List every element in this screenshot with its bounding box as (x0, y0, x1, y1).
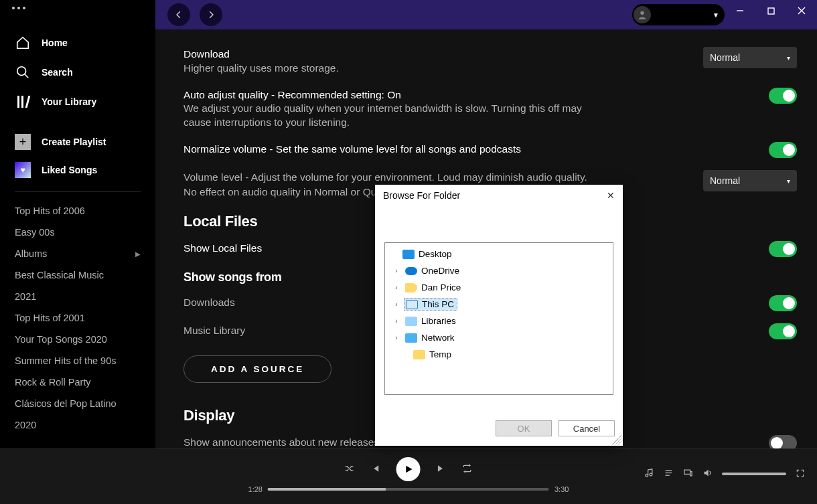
chevron-right-icon: ▶ (135, 250, 141, 258)
repeat-icon[interactable] (462, 463, 473, 476)
create-playlist-label: Create Playlist (42, 137, 106, 147)
queue-icon[interactable] (664, 468, 674, 480)
time-total: 3:30 (554, 485, 569, 493)
playlist-item[interactable]: 2021 (15, 286, 141, 307)
setting-auto-title: Auto adjust quality - Recommended settin… (183, 88, 599, 102)
previous-icon[interactable] (371, 464, 380, 475)
dialog-cancel-button[interactable]: Cancel (559, 420, 615, 436)
maximize-button[interactable] (755, 0, 786, 21)
svg-line-5 (25, 74, 29, 78)
playlist-item[interactable]: 2020 (15, 414, 141, 436)
tree-this-pc[interactable]: ›This PC (386, 296, 611, 313)
folder-icon (413, 350, 425, 359)
chevron-down-icon: ▾ (787, 177, 790, 185)
downloads-source-label: Downloads (183, 295, 235, 310)
setting-auto-sub: We adjust your audio quality when your i… (183, 102, 599, 130)
pc-icon (406, 300, 418, 309)
libraries-icon (405, 317, 417, 326)
music-library-source-label: Music Library (183, 323, 245, 338)
player-bar: 1:28 3:30 (0, 448, 817, 504)
volume-slider[interactable] (722, 473, 786, 475)
nav-home-label: Home (42, 37, 68, 48)
browse-folder-dialog: Browse For Folder ✕ Desktop ›OneDrive ›D… (375, 185, 623, 446)
auto-adjust-toggle[interactable] (769, 88, 797, 104)
tree-temp[interactable]: Temp (386, 346, 611, 363)
volume-icon[interactable] (702, 468, 713, 480)
playlist-item[interactable]: Top Hits of 2006 (15, 200, 141, 222)
window-controls (725, 0, 817, 21)
tree-network[interactable]: ›Network (386, 329, 611, 346)
nav-forward-button[interactable] (200, 3, 222, 26)
search-icon (15, 64, 31, 80)
svg-rect-1 (768, 8, 774, 14)
nav-library[interactable]: Your Library (0, 87, 155, 116)
volume-level-dropdown[interactable]: Normal ▾ (703, 170, 797, 191)
user-name (655, 10, 709, 19)
next-icon[interactable] (437, 464, 446, 475)
liked-songs-label: Liked Songs (42, 165, 97, 175)
divider (15, 191, 141, 192)
setting-download-title: Download (183, 47, 339, 62)
music-library-toggle[interactable] (769, 323, 797, 339)
add-source-button[interactable]: ADD A SOURCE (183, 355, 331, 383)
show-local-files-label: Show Local Files (183, 241, 262, 256)
playlist-item[interactable]: Top Hits of 2001 (15, 307, 141, 329)
playlist-list[interactable]: Top Hits of 2006 Easy 00s Albums▶ Best C… (0, 200, 155, 436)
svg-rect-10 (684, 470, 690, 474)
playlist-item[interactable]: Clásicos del Pop Latino (15, 393, 141, 414)
user-folder-icon (405, 283, 417, 292)
svg-point-6 (640, 11, 644, 15)
svg-rect-11 (690, 472, 692, 476)
lyrics-icon[interactable] (644, 468, 654, 480)
show-local-files-toggle[interactable] (769, 241, 797, 257)
user-menu[interactable]: ▼ (632, 4, 725, 25)
tree-user[interactable]: ›Dan Price (386, 279, 611, 296)
download-quality-dropdown[interactable]: Normal ▾ (703, 47, 797, 68)
nav-search[interactable]: Search (0, 58, 155, 87)
liked-songs[interactable]: ♥ Liked Songs (0, 157, 155, 183)
tree-desktop[interactable]: Desktop (386, 246, 611, 262)
setting-download-sub: Higher quality uses more storage. (183, 62, 339, 76)
sidebar: Home Search Your Library + Create Playli… (0, 0, 155, 448)
progress-bar[interactable] (268, 488, 549, 491)
app-menu[interactable] (12, 7, 25, 9)
shuffle-icon[interactable] (344, 463, 355, 476)
dialog-ok-button[interactable]: OK (496, 420, 552, 436)
network-icon (405, 333, 417, 343)
playlist-item[interactable]: Summer Hits of the 90s (15, 350, 141, 371)
nav-home[interactable]: Home (0, 28, 155, 58)
play-button[interactable] (396, 457, 421, 481)
normalize-toggle[interactable] (769, 142, 797, 158)
avatar-icon (634, 6, 651, 23)
nav-back-button[interactable] (167, 3, 190, 26)
close-button[interactable] (786, 0, 817, 21)
playlist-item[interactable]: Easy 00s (15, 222, 141, 243)
top-header: ▼ (155, 0, 817, 29)
create-playlist[interactable]: + Create Playlist (0, 129, 155, 155)
desktop-icon (402, 250, 415, 259)
home-icon (15, 35, 31, 51)
playlist-item[interactable]: Albums▶ (15, 243, 141, 264)
chevron-down-icon: ▾ (787, 54, 790, 62)
folder-tree[interactable]: Desktop ›OneDrive ›Dan Price ›This PC ›L… (384, 242, 613, 395)
dialog-close-button[interactable]: ✕ (607, 190, 615, 201)
announcements-label: Show announcements about new releases (183, 435, 379, 448)
announcements-toggle[interactable] (769, 435, 797, 448)
library-icon (15, 94, 31, 110)
fullscreen-icon[interactable] (796, 469, 805, 480)
playlist-item[interactable]: Your Top Songs 2020 (15, 329, 141, 350)
onedrive-icon (405, 267, 417, 275)
minimize-button[interactable] (725, 0, 755, 21)
devices-icon[interactable] (683, 468, 693, 480)
playlist-item[interactable]: Best Classical Music (15, 264, 141, 286)
tree-onedrive[interactable]: ›OneDrive (386, 262, 611, 279)
plus-icon: + (15, 134, 31, 150)
chevron-down-icon: ▼ (713, 11, 719, 19)
resize-grip[interactable] (612, 435, 621, 444)
setting-normalize-title: Normalize volume - Set the same volume l… (183, 142, 521, 157)
dialog-title: Browse For Folder (383, 190, 460, 201)
downloads-toggle[interactable] (769, 295, 797, 311)
playlist-item[interactable]: Rock & Roll Party (15, 371, 141, 393)
svg-point-4 (17, 67, 26, 76)
tree-libraries[interactable]: ›Libraries (386, 313, 611, 329)
